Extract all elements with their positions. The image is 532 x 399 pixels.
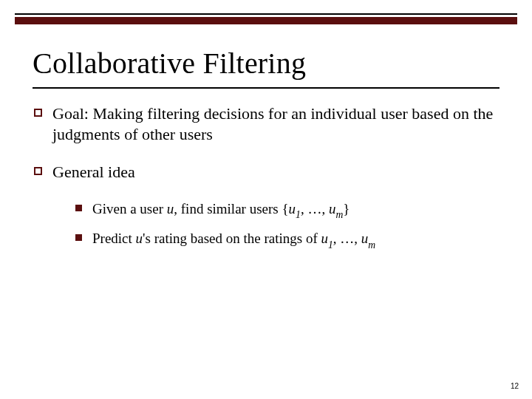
t: , …, bbox=[333, 231, 361, 246]
sub-bullet-predict-rating: Predict u's rating based on the ratings … bbox=[75, 230, 499, 250]
subscript-m: m bbox=[335, 209, 343, 220]
var-um: u bbox=[361, 231, 369, 246]
bullet-goal: Goal: Making filtering decisions for an … bbox=[34, 103, 499, 144]
top-bar-thin bbox=[15, 13, 517, 15]
sub-bullet-similar-users-text: Given a user u, find similar users {u1, … bbox=[92, 200, 499, 220]
var-u1: u bbox=[321, 231, 328, 246]
t: , find similar users { bbox=[174, 201, 288, 216]
hollow-square-bullet-icon bbox=[34, 167, 42, 175]
subscript-m: m bbox=[368, 239, 375, 250]
decorative-top-bars bbox=[15, 13, 517, 24]
bullet-goal-text: Goal: Making filtering decisions for an … bbox=[52, 103, 499, 144]
slide-title: Collaborative Filtering bbox=[33, 46, 499, 81]
var-um: u bbox=[329, 201, 336, 216]
page-number: 12 bbox=[511, 382, 519, 390]
bullet-general-idea-text: General idea bbox=[52, 162, 499, 183]
sub-bullets: Given a user u, find similar users {u1, … bbox=[75, 200, 499, 250]
var-u: u bbox=[136, 231, 143, 246]
var-u1: u bbox=[289, 201, 296, 216]
title-underline bbox=[33, 87, 499, 89]
t: } bbox=[343, 201, 349, 216]
sub-bullet-predict-rating-text: Predict u's rating based on the ratings … bbox=[92, 230, 499, 250]
filled-square-bullet-icon bbox=[75, 205, 82, 211]
t: Given a user bbox=[92, 201, 167, 216]
filled-square-bullet-icon bbox=[75, 234, 82, 241]
sub-bullet-similar-users: Given a user u, find similar users {u1, … bbox=[75, 200, 499, 220]
subscript-1: 1 bbox=[296, 209, 301, 220]
slide: Collaborative Filtering Goal: Making fil… bbox=[0, 0, 532, 399]
subscript-1: 1 bbox=[328, 239, 333, 250]
hollow-square-bullet-icon bbox=[34, 109, 42, 117]
var-u: u bbox=[167, 201, 174, 216]
bullet-general-idea: General idea bbox=[34, 162, 499, 183]
top-bar-thick bbox=[15, 17, 517, 24]
t: 's rating based on the ratings of bbox=[143, 231, 321, 246]
t: , …, bbox=[301, 201, 329, 216]
slide-body: Goal: Making filtering decisions for an … bbox=[34, 103, 499, 250]
t: Predict bbox=[92, 231, 136, 246]
